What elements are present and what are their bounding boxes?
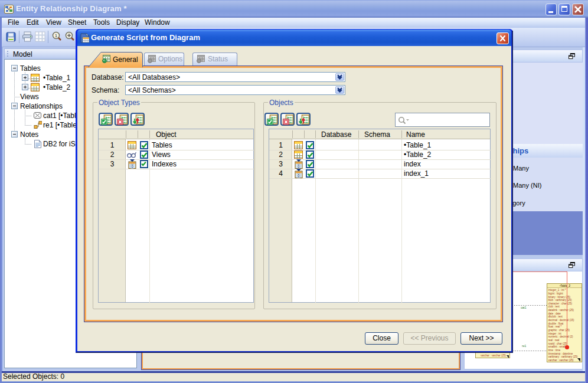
svg-text:1: 1 bbox=[55, 33, 58, 38]
